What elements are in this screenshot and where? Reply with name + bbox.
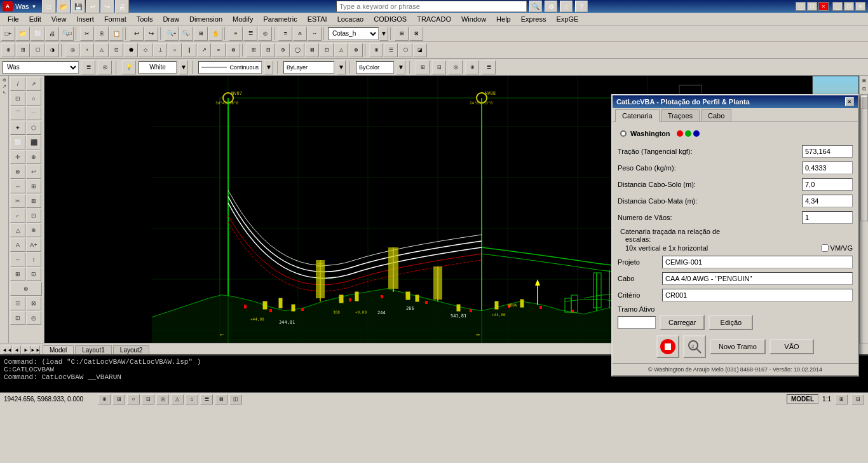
tb-cut[interactable]: ✂ — [80, 27, 94, 41]
dialog-close-btn[interactable]: × — [845, 97, 854, 106]
menu-help[interactable]: Help — [491, 14, 516, 24]
was-combo[interactable]: Was — [3, 61, 79, 74]
tb-undo[interactable]: ↩ — [86, 0, 100, 13]
lt-draw5[interactable]: ⌒ — [10, 106, 25, 120]
search-zoom-btn[interactable]: 2 — [683, 335, 706, 358]
carregar-btn[interactable]: Carregar — [660, 315, 705, 330]
tb2-snap9[interactable]: ∥ — [182, 43, 196, 57]
status-icon-polar[interactable]: ⊡ — [142, 394, 154, 404]
status-icon-dyn[interactable]: ☰ — [200, 394, 213, 404]
lt-modify7[interactable]: ✂ — [10, 194, 25, 208]
tramo-input[interactable] — [618, 316, 656, 329]
color-dropdown-btn[interactable]: ▼ — [179, 60, 188, 74]
tb-open[interactable]: 📂 — [57, 0, 71, 13]
washington-radio-btn[interactable] — [620, 130, 627, 137]
menu-file[interactable]: File — [3, 14, 24, 24]
lt-draw6[interactable]: ⋯ — [26, 106, 41, 120]
doc-minimize-btn[interactable]: _ — [832, 2, 843, 11]
menu-express[interactable]: Express — [516, 14, 552, 24]
distsolo-input[interactable] — [802, 178, 853, 191]
stop-btn[interactable] — [656, 335, 679, 358]
tb-properties[interactable]: ≡ — [229, 27, 243, 41]
tb2-snap6[interactable]: ◇ — [139, 43, 153, 57]
tb-match[interactable]: ≐ — [278, 27, 292, 41]
peso-input[interactable] — [802, 162, 853, 174]
tb-zoom-out[interactable]: 🔍- — [179, 27, 193, 41]
menu-format[interactable]: Format — [99, 14, 132, 24]
lt-text1[interactable]: A — [10, 238, 25, 252]
lt-draw1[interactable]: / — [10, 77, 25, 91]
tb-pan[interactable]: ✋ — [208, 27, 222, 41]
tb2-snap3[interactable]: △ — [95, 43, 109, 57]
lt-modify4[interactable]: ↩ — [26, 165, 41, 179]
tb2-13[interactable]: ⊞ — [247, 43, 261, 57]
tab-nav-first[interactable]: ◄◄ — [3, 345, 11, 354]
tb-paste[interactable]: 📋 — [109, 27, 123, 41]
tb2-snap10[interactable]: ↗ — [197, 43, 211, 57]
prop-layers-btn[interactable]: ☰ — [81, 60, 95, 74]
tb2-15[interactable]: ⊕ — [276, 43, 290, 57]
lt-extra2[interactable]: ☰ — [10, 296, 25, 310]
numvaos-input[interactable] — [802, 211, 853, 224]
lt-draw10[interactable]: ⬛ — [26, 135, 41, 149]
prop-extra4[interactable]: ⊕ — [465, 60, 479, 74]
lineweight-selector[interactable]: ByLayer — [283, 61, 334, 74]
tb2-4[interactable]: ◑ — [45, 43, 59, 57]
status-icon-snap[interactable]: ⊕ — [98, 394, 111, 404]
tb2-snap2[interactable]: + — [80, 43, 94, 57]
tb2-23[interactable]: ⬡ — [398, 43, 412, 57]
tb-undo2[interactable]: ↩ — [130, 27, 144, 41]
tb2-snap8[interactable]: ○ — [168, 43, 182, 57]
menu-tracado[interactable]: TRACADO — [412, 14, 456, 24]
tb2-18[interactable]: ⊡ — [320, 43, 334, 57]
lt-extra1[interactable]: ⊕ — [10, 282, 42, 296]
prop-extra1[interactable]: ⊞ — [416, 60, 430, 74]
tb2-16[interactable]: ◯ — [290, 43, 304, 57]
menu-edit[interactable]: Edit — [24, 14, 46, 24]
rtp-icon1[interactable]: ⊞ — [861, 77, 867, 85]
tb-combo-dropdown[interactable]: ▼ — [379, 27, 388, 41]
tb2-snap7[interactable]: ⊥ — [153, 43, 167, 57]
status-icon-lw[interactable]: ⊠ — [215, 394, 227, 404]
tracao-input[interactable] — [802, 145, 853, 158]
lt-draw3[interactable]: ⊡ — [10, 92, 25, 106]
menu-view[interactable]: View — [46, 14, 72, 24]
lt-modify5[interactable]: ↔ — [10, 179, 25, 193]
tab-model[interactable]: Model — [43, 345, 74, 354]
tb-redo2[interactable]: ↪ — [144, 27, 158, 41]
criterio-input[interactable] — [662, 289, 853, 301]
lt-block1[interactable]: ⊞ — [10, 267, 25, 281]
color-selector[interactable]: White — [139, 61, 177, 74]
menu-window[interactable]: Window — [456, 14, 491, 24]
menu-expge[interactable]: ExpGE — [551, 14, 583, 24]
tb-open2[interactable]: 📁 — [16, 27, 30, 41]
tb-save[interactable]: 💾 — [71, 0, 85, 13]
plotstyle-dropdown-btn[interactable]: ▼ — [397, 60, 405, 74]
tb-save2[interactable]: ⬜ — [31, 27, 44, 41]
status-icon-tp[interactable]: ◫ — [229, 394, 242, 404]
lt-draw8[interactable]: ⬡ — [26, 121, 41, 135]
menu-parametric[interactable]: Parametric — [258, 14, 302, 24]
menu-tools[interactable]: Tools — [132, 14, 158, 24]
vmvg-checkbox[interactable] — [821, 244, 829, 252]
status-icon-otrack[interactable]: △ — [171, 394, 184, 404]
tb-dim[interactable]: ↔ — [308, 27, 322, 41]
tb2-17[interactable]: ⊠ — [305, 43, 319, 57]
menu-estai[interactable]: ESTAI — [302, 14, 332, 24]
linetype-selector[interactable]: Continuous — [198, 61, 262, 74]
tab-layout1[interactable]: Layout1 — [75, 345, 112, 354]
lt-extra3[interactable]: ⊠ — [26, 296, 41, 310]
menu-modify[interactable]: Modify — [227, 14, 258, 24]
tb2-snap12[interactable]: ⊗ — [226, 43, 240, 57]
lt-draw4[interactable]: ○ — [26, 92, 41, 106]
lt-extra4[interactable]: ⊡ — [10, 311, 25, 325]
plotstyle-selector[interactable]: ByColor — [356, 61, 394, 74]
tab-catenaria[interactable]: Catenaria — [615, 109, 660, 122]
lt-draw7[interactable]: ✦ — [10, 121, 25, 135]
search-options-icon[interactable]: ⚙ — [545, 1, 557, 12]
tb-layers[interactable]: ☰ — [243, 27, 257, 41]
search-icon[interactable]: 🔍 — [529, 1, 542, 12]
tb-extra1[interactable]: ⊞ — [395, 27, 409, 41]
novo-tramo-btn[interactable]: Novo Tramo — [710, 339, 766, 354]
doc-close-btn[interactable]: × — [855, 2, 865, 11]
